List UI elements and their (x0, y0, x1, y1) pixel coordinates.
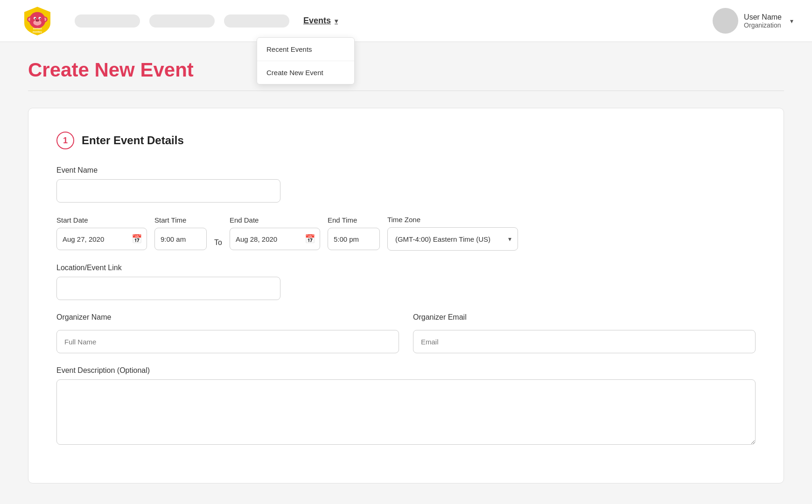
end-date-input[interactable] (230, 228, 300, 250)
organizer-email-input[interactable] (413, 330, 756, 353)
end-date-calendar-icon[interactable]: 📅 (300, 234, 320, 244)
timezone-select-wrapper: (GMT-4:00) Eastern Time (US) (GMT-5:00) … (387, 227, 518, 251)
user-section: User Name Organization ▾ (713, 8, 793, 34)
start-date-input[interactable] (57, 228, 127, 250)
datetime-row: Start Date 📅 Start Time To End Date (56, 216, 756, 251)
nav-pills (75, 14, 289, 28)
organizer-row: Organizer Name Organizer Email (56, 313, 756, 353)
end-date-group: End Date 📅 (230, 216, 320, 250)
start-time-label: Start Time (154, 216, 207, 224)
step-title: Enter Event Details (82, 134, 184, 147)
nav-pill-2[interactable] (149, 14, 215, 28)
svg-point-9 (35, 18, 36, 19)
timezone-group: Time Zone (GMT-4:00) Eastern Time (US) (… (387, 216, 518, 251)
organizer-name-input[interactable] (56, 330, 399, 353)
start-date-label: Start Date (56, 216, 147, 224)
user-chevron-icon[interactable]: ▾ (790, 17, 793, 25)
organizer-email-group: Organizer Email (413, 313, 756, 353)
avatar (713, 8, 738, 34)
dropdown-create-event[interactable]: Create New Event (257, 61, 354, 84)
start-time-wrapper (154, 228, 207, 250)
svg-point-12 (36, 20, 37, 21)
start-time-group: Start Time (154, 216, 207, 250)
form-card: 1 Enter Event Details Event Name Start D… (28, 108, 784, 483)
step-header: 1 Enter Event Details (56, 132, 756, 149)
start-date-calendar-icon[interactable]: 📅 (127, 234, 147, 244)
start-date-group: Start Date 📅 (56, 216, 147, 250)
location-input[interactable] (56, 277, 280, 300)
events-nav[interactable]: Events ▾ (303, 16, 338, 26)
organizer-name-group: Organizer Name (56, 313, 399, 353)
event-name-group: Event Name (56, 166, 756, 203)
end-time-group: End Time (328, 216, 380, 250)
nav-pill-3[interactable] (224, 14, 289, 28)
end-time-wrapper (328, 228, 380, 250)
logo[interactable]: contact monkey (19, 2, 56, 40)
location-label: Location/Event Link (56, 264, 756, 272)
description-label: Event Description (Optional) (56, 366, 756, 375)
end-time-input[interactable] (328, 228, 379, 250)
to-label: To (214, 238, 222, 247)
events-chevron-icon: ▾ (335, 17, 338, 25)
dropdown-recent-events[interactable]: Recent Events (257, 38, 354, 61)
start-time-input[interactable] (155, 228, 206, 250)
event-name-input[interactable] (56, 179, 280, 203)
user-name: User Name (744, 13, 782, 21)
start-date-wrapper: 📅 (56, 228, 147, 250)
timezone-select[interactable]: (GMT-4:00) Eastern Time (US) (GMT-5:00) … (387, 227, 518, 251)
organizer-email-label: Organizer Email (413, 313, 756, 322)
page-title: Create New Event (28, 59, 784, 81)
svg-text:contact: contact (33, 27, 42, 29)
events-label: Events (303, 16, 331, 26)
user-info: User Name Organization (744, 13, 782, 29)
step-circle: 1 (56, 132, 74, 149)
svg-point-13 (38, 20, 39, 21)
end-date-label: End Date (230, 216, 320, 224)
organizer-name-label: Organizer Name (56, 313, 399, 322)
location-group: Location/Event Link (56, 264, 756, 300)
nav-pill-1[interactable] (75, 14, 140, 28)
user-org: Organization (744, 21, 782, 29)
end-time-label: End Time (328, 216, 380, 224)
svg-point-10 (40, 18, 41, 19)
timezone-label: Time Zone (387, 216, 518, 224)
description-group: Event Description (Optional) (56, 366, 756, 447)
description-textarea[interactable] (56, 379, 756, 445)
page-content: Create New Event 1 Enter Event Details E… (0, 42, 812, 483)
svg-text:monkey: monkey (33, 30, 42, 33)
page-title-area: Create New Event (28, 42, 784, 91)
events-dropdown: Recent Events Create New Event (257, 37, 355, 84)
header: contact monkey Events ▾ Recent Events Cr… (0, 0, 812, 42)
end-date-wrapper: 📅 (230, 228, 320, 250)
event-name-label: Event Name (56, 166, 756, 175)
